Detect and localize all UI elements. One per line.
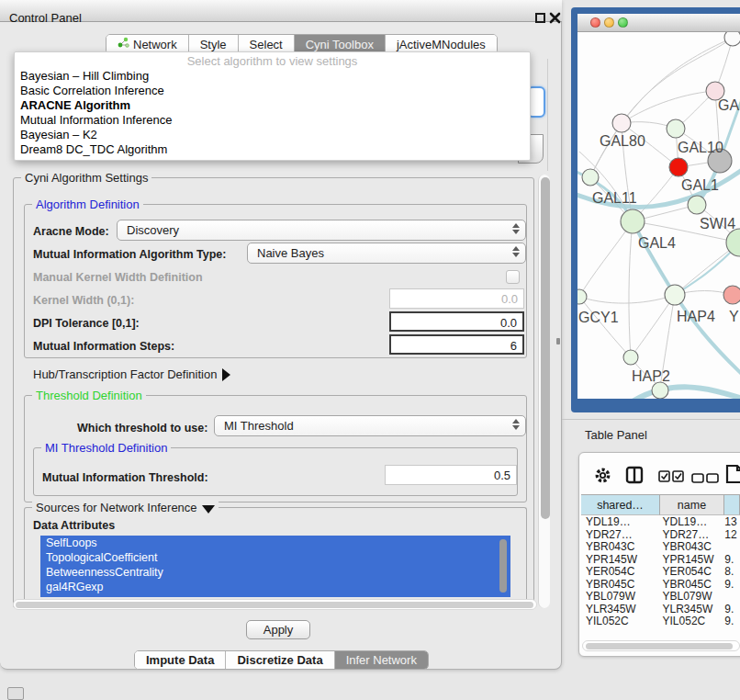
table-row[interactable]: YBR043CYBR043C [581, 541, 740, 554]
node-swi4[interactable] [688, 196, 706, 214]
cell-value[interactable]: 9. [722, 579, 740, 592]
tab-jactivemnodules[interactable]: jActiveMNodules [386, 35, 497, 53]
list-item-selfloops[interactable]: SelfLoops [40, 536, 510, 550]
tab-impute-data[interactable]: Impute Data [135, 651, 226, 669]
sources-group-title[interactable]: Sources for Network Inference [32, 501, 219, 514]
unselect-all-checkboxes-icon[interactable] [691, 472, 719, 486]
table-horizontal-scrollbar-thumb[interactable] [586, 643, 733, 649]
node-hap2[interactable] [623, 350, 638, 365]
kernel-width-field[interactable]: 0.0 [389, 288, 524, 309]
popup-item-aracne[interactable]: ARACNE Algorithm [15, 98, 530, 113]
cell-name[interactable]: YBR045C [659, 579, 723, 592]
cell-shared[interactable]: YDL19… [581, 516, 659, 529]
node-gal11[interactable] [582, 169, 599, 186]
tab-style[interactable]: Style [189, 35, 239, 53]
table-horizontal-scrollbar[interactable] [582, 640, 740, 651]
mi-threshold-field[interactable]: 0.5 [385, 465, 517, 485]
list-item-topologicalcoefficient[interactable]: TopologicalCoefficient [40, 550, 510, 565]
node-y-salmon[interactable] [723, 286, 740, 304]
cell-shared[interactable]: YLR345W [581, 604, 659, 616]
column-header-name[interactable]: name [660, 494, 724, 515]
settings-horizontal-scrollbar-thumb[interactable] [16, 602, 533, 608]
cell-name[interactable]: YBL079W [659, 591, 723, 604]
document-icon[interactable] [725, 464, 740, 487]
which-threshold-combo[interactable]: MI Threshold [214, 415, 526, 436]
network-window-titlebar[interactable] [577, 14, 740, 32]
panel-splitter-handle[interactable] [556, 338, 560, 344]
cell-value[interactable]: 12 [722, 529, 740, 542]
node-gal10[interactable] [667, 119, 685, 138]
cell-name[interactable]: YBR043C [659, 541, 723, 554]
tab-select[interactable]: Select [239, 35, 295, 53]
cell-value[interactable]: 9. [722, 604, 740, 616]
close-traffic-light[interactable] [590, 17, 600, 28]
tab-discretize-data[interactable]: Discretize Data [226, 651, 334, 669]
table-row[interactable]: YBR045CYBR045C9. [581, 579, 740, 592]
tab-infer-network[interactable]: Infer Network [335, 651, 428, 669]
cell-value[interactable]: 9. [722, 615, 740, 626]
minimize-traffic-light[interactable] [604, 17, 614, 28]
popup-item-dream8[interactable]: Dream8 DC_TDC Algorithm [15, 142, 530, 157]
list-scrollbar-thumb[interactable] [499, 539, 507, 593]
popup-item-bayesian-hill-climbing[interactable]: Bayesian – Hill Climbing [15, 69, 530, 84]
table-row[interactable]: YER054CYER054C8. [581, 566, 740, 579]
table-row[interactable]: YLR345WYLR345W9. [581, 604, 740, 616]
tab-cyni-toolbox[interactable]: Cyni Toolbox [295, 35, 386, 53]
cell-value[interactable]: 9. [722, 554, 740, 567]
node-gal1-red[interactable] [669, 158, 688, 176]
cell-shared[interactable]: YBR043C [581, 541, 659, 554]
table-row[interactable]: YIL052CYIL052C9. [581, 615, 740, 626]
cell-name[interactable]: YLR345W [659, 604, 723, 616]
cell-shared[interactable]: YPR145W [581, 554, 659, 567]
manual-kernel-checkbox[interactable] [506, 270, 520, 284]
settings-vertical-scrollbar-thumb[interactable] [541, 177, 550, 519]
split-columns-icon[interactable] [625, 466, 644, 487]
control-panel-titlebar[interactable] [0, 0, 562, 22]
node-large-right[interactable] [726, 229, 740, 256]
zoom-traffic-light[interactable] [618, 17, 628, 28]
column-header-cut[interactable] [724, 494, 740, 515]
cell-shared[interactable]: YDR27… [581, 529, 659, 542]
cell-name[interactable]: YER054C [659, 566, 723, 579]
close-icon[interactable] [549, 12, 561, 24]
node-gcy1[interactable] [577, 289, 587, 304]
node-unlabeled[interactable] [724, 32, 740, 46]
hub-definition-toggle[interactable]: Hub/Transcription Factor Definition [33, 367, 230, 381]
cell-value[interactable] [722, 541, 740, 554]
cell-shared[interactable]: YBL079W [581, 591, 659, 604]
settings-vertical-scrollbar[interactable] [538, 175, 550, 608]
node-hap4[interactable] [665, 285, 685, 305]
table-row[interactable]: YBL079WYBL079W [581, 591, 740, 604]
list-item-betweennesscentrality[interactable]: BetweennessCentrality [40, 565, 510, 580]
cell-value[interactable]: 13 [722, 516, 740, 529]
mi-type-combo[interactable]: Naive Bayes [247, 243, 526, 264]
gear-icon[interactable] [594, 467, 611, 487]
cell-name[interactable]: YDL19… [659, 516, 723, 529]
popup-item-bayesian-k2[interactable]: Bayesian – K2 [15, 128, 530, 142]
aracne-mode-combo[interactable]: Discovery [117, 220, 526, 241]
popup-item-mutual-information[interactable]: Mutual Information Inference [15, 113, 530, 128]
column-header-shared-name[interactable]: shared… [581, 494, 660, 515]
cell-shared[interactable]: YER054C [581, 566, 659, 579]
node-bottom[interactable] [652, 382, 668, 399]
table-row[interactable]: YPR145WYPR145W9. [581, 554, 740, 567]
node-gal80[interactable] [612, 114, 631, 132]
cell-value[interactable]: 8. [722, 566, 740, 579]
popup-item-basic-correlation[interactable]: Basic Correlation Inference [15, 84, 530, 98]
minimized-panel-icon[interactable] [7, 687, 24, 700]
cell-shared[interactable]: YIL052C [581, 615, 659, 626]
table-row[interactable]: YDR27…YDR27…12 [581, 529, 740, 542]
network-canvas[interactable]: GAL GAL80 GAL10 GAL1 GAL11 SWI4 GAL4 GCY… [577, 32, 740, 399]
dpi-tolerance-field[interactable]: 0.0 [389, 311, 524, 332]
select-all-checkboxes-icon[interactable] [658, 470, 684, 485]
cell-value[interactable] [722, 591, 740, 604]
node-gal4[interactable] [621, 209, 645, 233]
float-window-icon[interactable] [535, 13, 545, 23]
cell-shared[interactable]: YBR045C [581, 579, 659, 592]
apply-button[interactable]: Apply [246, 620, 310, 639]
mi-steps-field[interactable]: 6 [389, 334, 524, 355]
cell-name[interactable]: YPR145W [659, 554, 723, 567]
tab-network[interactable]: Network [107, 35, 189, 53]
cell-name[interactable]: YIL052C [659, 615, 723, 626]
list-item-gal4rgexp[interactable]: gal4RGexp [40, 580, 510, 594]
